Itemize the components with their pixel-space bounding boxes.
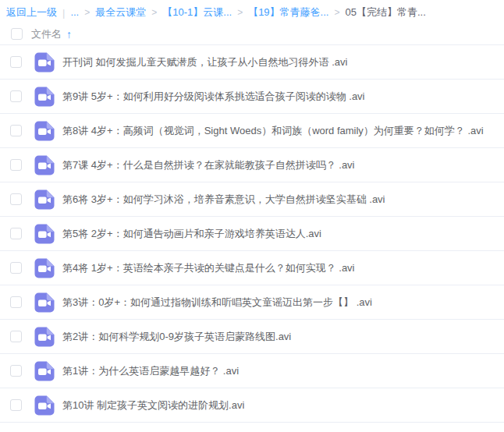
filename-column-header[interactable]: 文件名 — [31, 27, 62, 41]
row-checkbox[interactable] — [10, 262, 22, 274]
sort-ascending-icon[interactable]: ↑ — [66, 29, 72, 40]
file-list-header: 文件名 ↑ — [0, 23, 504, 45]
file-row[interactable]: 第9讲 5岁+：如何利用好分级阅读体系挑选适合孩子阅读的读物 .avi — [0, 80, 504, 114]
file-name[interactable]: 第9讲 5岁+：如何利用好分级阅读体系挑选适合孩子阅读的读物 .avi — [62, 90, 365, 104]
file-name[interactable]: 第1讲：为什么英语启蒙越早越好？ .avi — [62, 364, 239, 378]
file-row[interactable]: 第2讲：如何科学规划0-9岁孩子英语启蒙路线图.avi — [0, 320, 504, 354]
row-checkbox[interactable] — [10, 331, 22, 342]
breadcrumb-link[interactable]: ... — [70, 6, 79, 18]
video-file-icon — [34, 224, 55, 244]
row-checkbox[interactable] — [10, 365, 22, 377]
breadcrumb-current: 05【完结】常青... — [345, 6, 425, 18]
video-file-icon — [34, 327, 55, 347]
breadcrumb-separator: > — [334, 7, 339, 18]
video-file-icon — [34, 155, 55, 175]
file-name[interactable]: 开刊词 如何发掘儿童天赋潜质，让孩子从小自然地习得外语 .avi — [62, 55, 347, 69]
file-name[interactable]: 第2讲：如何科学规划0-9岁孩子英语启蒙路线图.avi — [62, 330, 291, 344]
video-file-icon — [34, 87, 55, 107]
file-name[interactable]: 第7课 4岁+：什么是自然拼读？在家就能教孩子自然拼读吗？ .avi — [62, 158, 355, 172]
row-checkbox[interactable] — [10, 90, 22, 102]
row-checkbox[interactable] — [10, 159, 22, 171]
breadcrumb-separator: > — [84, 7, 90, 18]
file-row[interactable]: 第4将 1岁+：英语绘本亲子共读的关键点是什么？如何实现？ .avi — [0, 251, 504, 285]
file-name[interactable]: 第4将 1岁+：英语绘本亲子共读的关键点是什么？如何实现？ .avi — [62, 261, 355, 275]
file-row[interactable]: 第1讲：为什么英语启蒙越早越好？ .avi — [0, 354, 504, 388]
file-row[interactable]: 第8讲 4岁+：高频词（视觉词，Sight Woeds）和词族（word fam… — [0, 114, 504, 148]
file-name[interactable]: 第5将 2岁+：如何通告动画片和亲子游戏培养英语达人.avi — [62, 227, 321, 241]
breadcrumb: 返回上一级 | ...>最全云课堂>【10-1】云课...>【19】常青藤爸..… — [0, 0, 504, 23]
video-file-icon — [34, 52, 55, 73]
breadcrumb-back-link[interactable]: 返回上一级 — [6, 5, 57, 19]
file-name[interactable]: 第8讲 4岁+：高频词（视觉词，Sight Woeds）和词族（word fam… — [62, 124, 484, 138]
breadcrumb-link[interactable]: 【19】常青藤爸... — [248, 6, 328, 18]
file-name[interactable]: 第10讲 制定孩子英文阅读的进阶规划.avi — [62, 398, 244, 413]
video-file-icon — [34, 258, 55, 278]
file-name[interactable]: 第6将 3岁+：如何学习沐浴，培养音素意识，大学自然拼读坚实基础 .avi — [62, 193, 385, 207]
row-checkbox[interactable] — [10, 296, 22, 308]
video-file-icon — [34, 361, 55, 381]
video-file-icon — [34, 121, 55, 141]
select-all-checkbox[interactable] — [11, 28, 23, 40]
video-file-icon — [34, 292, 55, 313]
row-checkbox[interactable] — [10, 399, 22, 411]
breadcrumb-pipe-separator: | — [62, 7, 65, 19]
row-checkbox[interactable] — [10, 228, 22, 239]
video-file-icon — [34, 395, 55, 416]
breadcrumb-items: ...>最全云课堂>【10-1】云课...>【19】常青藤爸...>05【完结】… — [70, 5, 425, 19]
row-checkbox[interactable] — [10, 125, 22, 136]
file-row[interactable]: 开刊词 如何发掘儿童天赋潜质，让孩子从小自然地习得外语 .avi — [0, 45, 504, 80]
video-file-icon — [34, 189, 55, 210]
breadcrumb-separator: > — [151, 7, 157, 18]
file-row[interactable]: 第7课 4岁+：什么是自然拼读？在家就能教孩子自然拼读吗？ .avi — [0, 148, 504, 182]
file-row[interactable]: 第6将 3岁+：如何学习沐浴，培养音素意识，大学自然拼读坚实基础 .avi — [0, 182, 504, 217]
breadcrumb-separator: > — [237, 7, 243, 18]
breadcrumb-link[interactable]: 最全云课堂 — [95, 6, 146, 18]
row-checkbox[interactable] — [10, 56, 22, 68]
row-checkbox[interactable] — [10, 193, 22, 205]
file-row[interactable]: 第5将 2岁+：如何通告动画片和亲子游戏培养英语达人.avi — [0, 217, 504, 251]
file-name[interactable]: 第3讲：0岁+：如何通过指物训练和听唱英文童谣迈出第一步【】 .avi — [62, 296, 372, 310]
file-row[interactable]: 第3讲：0岁+：如何通过指物训练和听唱英文童谣迈出第一步【】 .avi — [0, 285, 504, 320]
breadcrumb-link[interactable]: 【10-1】云课... — [162, 6, 232, 18]
file-list: 开刊词 如何发掘儿童天赋潜质，让孩子从小自然地习得外语 .avi 第9讲 5岁+… — [0, 45, 504, 423]
file-row[interactable]: 第10讲 制定孩子英文阅读的进阶规划.avi — [0, 388, 504, 423]
file-manager-page: 返回上一级 | ...>最全云课堂>【10-1】云课...>【19】常青藤爸..… — [0, 0, 504, 432]
